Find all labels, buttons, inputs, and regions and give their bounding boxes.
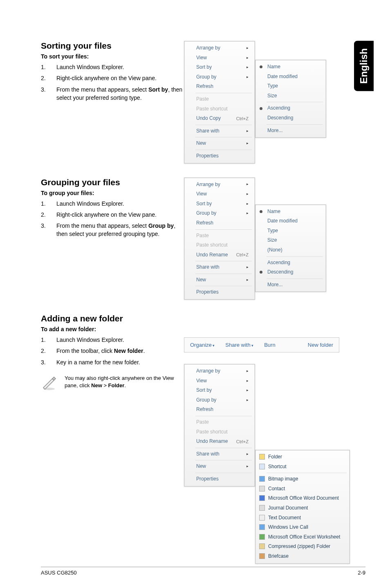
footer-right: 2-9 xyxy=(358,570,365,576)
heading-sort: Sorting your files xyxy=(41,41,184,51)
page-content: Sorting your files To sort your files: L… xyxy=(0,0,390,513)
new-wlc[interactable]: Windows Live Call xyxy=(256,523,349,532)
sort-more[interactable]: More... xyxy=(256,126,325,136)
sort-size[interactable]: Size xyxy=(256,91,325,101)
contact-icon xyxy=(259,486,265,491)
language-tab: English xyxy=(354,41,374,91)
sort-name[interactable]: Name xyxy=(256,62,325,72)
new-journal[interactable]: Journal Document xyxy=(256,503,349,513)
chevron-right-icon: ▸ xyxy=(247,192,249,197)
bitmap-icon xyxy=(259,476,265,482)
new-bitmap[interactable]: Bitmap image xyxy=(256,474,349,484)
toolbar-share-with[interactable]: Share with xyxy=(225,342,253,348)
sort-type[interactable]: Type xyxy=(256,81,325,91)
explorer-toolbar-screenshot: Organize Share with Burn New folder xyxy=(184,337,339,352)
menu-properties[interactable]: Properties xyxy=(185,474,254,484)
chevron-right-icon: ▸ xyxy=(247,129,249,134)
menu-share-with[interactable]: Share with▸ xyxy=(185,126,254,136)
toolbar-organize[interactable]: Organize xyxy=(190,342,215,348)
menu-group-by[interactable]: Group by▸ xyxy=(185,395,254,405)
note: You may also right-click anywhere on the… xyxy=(41,375,184,391)
menu-group-by[interactable]: Group by▸ xyxy=(185,209,254,218)
menu-undo-rename[interactable]: Undo RenameCtrl+Z xyxy=(185,437,254,447)
chevron-right-icon: ▸ xyxy=(247,388,249,393)
chevron-right-icon: ▸ xyxy=(247,379,249,384)
subhead-sort: To sort your files: xyxy=(41,53,184,60)
chevron-right-icon: ▸ xyxy=(247,46,249,51)
group-descending[interactable]: Descending xyxy=(256,267,325,277)
menu-group-by[interactable]: Group by▸ xyxy=(185,72,254,82)
menu-new[interactable]: New▸ xyxy=(185,139,254,148)
menu-view[interactable]: View▸ xyxy=(185,189,254,199)
subhead-folder: To add a new folder: xyxy=(41,326,184,332)
steps-group: Launch Windows Explorer. Right-click any… xyxy=(41,200,184,238)
chevron-right-icon: ▸ xyxy=(247,211,249,216)
new-text[interactable]: Text Document xyxy=(256,513,349,523)
excel-icon xyxy=(259,534,265,540)
sort-descending[interactable]: Descending xyxy=(256,113,325,123)
menu-arrange-by[interactable]: Arrange by▸ xyxy=(185,43,254,53)
step: Launch Windows Explorer. xyxy=(41,200,184,208)
menu-refresh[interactable]: Refresh xyxy=(185,218,254,228)
chevron-right-icon: ▸ xyxy=(247,265,249,270)
chevron-right-icon: ▸ xyxy=(247,369,249,374)
new-contact[interactable]: Contact xyxy=(256,484,349,494)
group-date-modified[interactable]: Date modified xyxy=(256,216,325,226)
new-word[interactable]: Microsoft Office Word Document xyxy=(256,494,349,503)
steps-folder: Launch Windows Explorer. From the toolba… xyxy=(41,336,184,366)
group-ascending[interactable]: Ascending xyxy=(256,258,325,268)
group-more[interactable]: More... xyxy=(256,280,325,290)
chevron-right-icon: ▸ xyxy=(247,452,249,457)
sort-date-modified[interactable]: Date modified xyxy=(256,72,325,82)
text-icon xyxy=(259,515,265,521)
sort-ascending[interactable]: Ascending xyxy=(256,103,325,113)
menu-arrange-by[interactable]: Arrange by▸ xyxy=(185,180,254,190)
new-folder[interactable]: Folder xyxy=(256,452,349,462)
step: Right-click anywhere on the View pane. xyxy=(41,211,184,219)
section-sorting: Sorting your files To sort your files: L… xyxy=(41,41,365,164)
menu-undo-copy[interactable]: Undo CopyCtrl+Z xyxy=(185,114,254,123)
chevron-right-icon: ▸ xyxy=(247,464,249,469)
menu-paste-shortcut: Paste shortcut xyxy=(185,427,254,437)
group-name[interactable]: Name xyxy=(256,207,325,217)
chevron-right-icon: ▸ xyxy=(247,182,249,187)
menu-share-with[interactable]: Share with▸ xyxy=(185,449,254,459)
group-size[interactable]: Size xyxy=(256,236,325,245)
chevron-right-icon: ▸ xyxy=(247,278,249,283)
new-zip[interactable]: Compressed (zipped) Folder xyxy=(256,542,349,552)
toolbar-new-folder[interactable]: New folder xyxy=(308,342,333,348)
new-excel[interactable]: Microsoft Office Excel Worksheet xyxy=(256,532,349,542)
journal-icon xyxy=(259,505,265,511)
section-new-folder: Adding a new folder To add a new folder:… xyxy=(41,314,365,487)
chevron-right-icon: ▸ xyxy=(247,56,249,61)
menu-sort-by[interactable]: Sort by▸ xyxy=(185,199,254,209)
heading-group: Grouping your files xyxy=(41,177,184,187)
call-icon xyxy=(259,524,265,530)
menu-new[interactable]: New▸ xyxy=(185,462,254,471)
page-footer: ASUS CG8250 2-9 xyxy=(41,567,365,576)
menu-properties[interactable]: Properties xyxy=(185,287,254,297)
step: From the toolbar, click New folder. xyxy=(41,347,184,355)
chevron-right-icon: ▸ xyxy=(247,202,249,206)
menu-undo-rename[interactable]: Undo RenameCtrl+Z xyxy=(185,250,254,260)
new-shortcut[interactable]: Shortcut xyxy=(256,462,349,472)
chevron-right-icon: ▸ xyxy=(247,75,249,80)
menu-sort-by[interactable]: Sort by▸ xyxy=(185,386,254,395)
group-none[interactable]: (None) xyxy=(256,245,325,255)
menu-properties[interactable]: Properties xyxy=(185,151,254,161)
new-briefcase[interactable]: Briefcase xyxy=(256,552,349,561)
menu-view[interactable]: View▸ xyxy=(185,53,254,63)
sort-context-menu-screenshot: Arrange by▸ View▸ Sort by▸ Group by▸ Ref… xyxy=(184,41,255,164)
menu-view[interactable]: View▸ xyxy=(185,376,254,386)
menu-refresh[interactable]: Refresh xyxy=(185,82,254,92)
menu-arrange-by[interactable]: Arrange by▸ xyxy=(185,366,254,376)
menu-share-with[interactable]: Share with▸ xyxy=(185,263,254,272)
menu-refresh[interactable]: Refresh xyxy=(185,405,254,415)
note-text: You may also right-click anywhere on the… xyxy=(65,375,184,389)
group-context-menu-screenshot: Arrange by▸ View▸ Sort by▸ Group by▸ Ref… xyxy=(184,177,255,300)
group-type[interactable]: Type xyxy=(256,226,325,236)
toolbar-burn[interactable]: Burn xyxy=(264,342,275,348)
chevron-right-icon: ▸ xyxy=(247,398,249,403)
menu-new[interactable]: New▸ xyxy=(185,275,254,285)
menu-sort-by[interactable]: Sort by▸ xyxy=(185,63,254,72)
